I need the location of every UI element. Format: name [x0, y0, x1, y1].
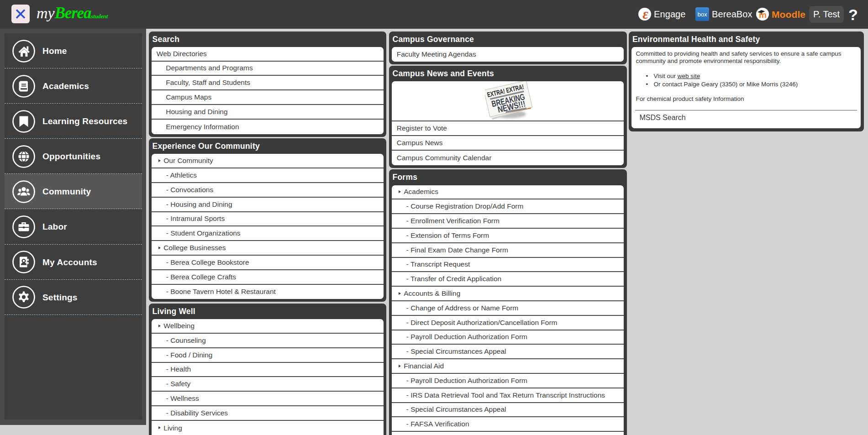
svg-text:box: box	[698, 11, 707, 18]
svg-text:ε: ε	[642, 8, 648, 21]
